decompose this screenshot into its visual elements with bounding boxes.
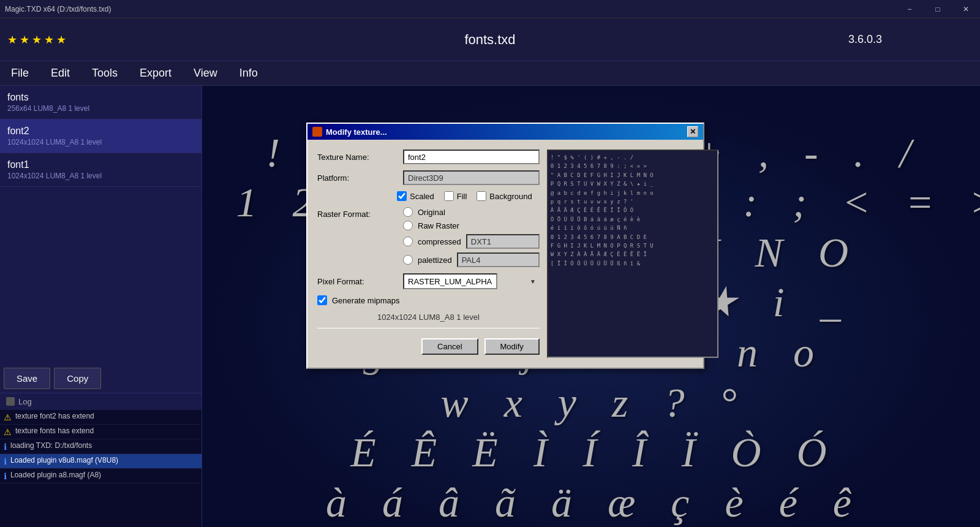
generate-mipmaps-checkbox[interactable] bbox=[317, 295, 327, 305]
original-radio[interactable] bbox=[403, 207, 413, 217]
modal-close-button[interactable]: ✕ bbox=[687, 126, 698, 137]
background-checkbox[interactable] bbox=[477, 191, 486, 201]
menu-export[interactable]: Export bbox=[135, 64, 176, 82]
background-checkbox-label[interactable]: Background bbox=[477, 191, 532, 201]
star-4: ★ bbox=[44, 33, 54, 47]
sidebar-item-font2[interactable]: font2 1024x1024 LUM8_A8 1 level bbox=[0, 119, 202, 153]
raw-raster-radio-label[interactable]: Raw Raster bbox=[403, 221, 540, 230]
platform-label: Platform: bbox=[317, 173, 397, 183]
minimize-button[interactable]: − bbox=[895, 0, 924, 18]
modal-body: Texture Name: Platform: Direct3D9 bbox=[307, 140, 703, 368]
compressed-input[interactable] bbox=[466, 234, 540, 249]
fill-checkbox[interactable] bbox=[444, 191, 454, 201]
pixel-format-row: Pixel Format: RASTER_LUM_ALPHA RASTER_88… bbox=[317, 273, 540, 289]
modal-form: Texture Name: Platform: Direct3D9 bbox=[317, 150, 540, 358]
menu-file[interactable]: File bbox=[6, 64, 34, 82]
title-bar: Magic.TXD x64 (D:/txd/fonts.txd) − □ ✕ bbox=[0, 0, 980, 18]
sidebar-item-name-font2: font2 bbox=[7, 126, 194, 137]
fill-checkbox-label[interactable]: Fill bbox=[444, 191, 467, 201]
scaled-checkbox[interactable] bbox=[397, 191, 407, 201]
log-entry-4: ℹ Loaded plugin a8.magf (A8) bbox=[0, 469, 202, 483]
copy-button[interactable]: Copy bbox=[54, 368, 101, 389]
star-1: ★ bbox=[7, 33, 17, 47]
info-icon-2: ℹ bbox=[4, 442, 7, 452]
modal-titlebar: Modify texture... ✕ bbox=[307, 124, 703, 140]
sidebar-item-font1[interactable]: font1 1024x1024 LUM8_A8 1 level bbox=[0, 153, 202, 187]
sidebar-item-fonts[interactable]: fonts 256x64 LUM8_A8 1 level bbox=[0, 86, 202, 119]
star-3: ★ bbox=[32, 33, 42, 47]
modal-overlay: Modify texture... ✕ Texture Name: bbox=[202, 86, 980, 527]
warn-icon-0: ⚠ bbox=[4, 412, 12, 422]
sidebar-spacer bbox=[0, 187, 202, 364]
fill-label: Fill bbox=[457, 192, 467, 201]
palettized-radio-label[interactable]: palettized bbox=[403, 255, 452, 265]
modal-buttons: Cancel Modify bbox=[317, 333, 540, 357]
raster-options: Original Raw Raster bbox=[403, 207, 540, 267]
raw-raster-label: Raw Raster bbox=[418, 221, 459, 230]
action-buttons: Save Copy bbox=[0, 364, 202, 393]
close-button[interactable]: ✕ bbox=[952, 0, 980, 18]
menu-view[interactable]: View bbox=[189, 64, 222, 82]
log-text-1: texture fonts has extend bbox=[15, 427, 94, 435]
menu-info[interactable]: Info bbox=[235, 64, 263, 82]
star-2: ★ bbox=[20, 33, 29, 47]
scaled-label: Scaled bbox=[410, 192, 434, 201]
scaled-checkbox-label[interactable]: Scaled bbox=[397, 191, 434, 201]
generate-mipmaps-label: Generate mipmaps bbox=[332, 296, 400, 305]
log-entries: ⚠ texture font2 has extend ⚠ texture fon… bbox=[0, 410, 202, 528]
log-entry-2: ℹ loading TXD: D:/txd/fonts bbox=[0, 439, 202, 454]
sidebar-item-name-font1: font1 bbox=[7, 159, 194, 170]
mipmaps-row: Generate mipmaps bbox=[317, 295, 540, 305]
texture-name-row: Texture Name: bbox=[317, 150, 540, 164]
palettized-row: palettized bbox=[403, 252, 540, 267]
maximize-button[interactable]: □ bbox=[924, 0, 952, 18]
log-area: Log ⚠ texture font2 has extend ⚠ texture… bbox=[0, 393, 202, 528]
info-icon-3: ℹ bbox=[4, 457, 7, 466]
modal-icon bbox=[312, 127, 322, 137]
sidebar-item-detail-font1: 1024x1024 LUM8_A8 1 level bbox=[7, 172, 194, 180]
modal-info-text: 1024x1024 LUM8_A8 1 level bbox=[317, 313, 540, 322]
palettized-label: palettized bbox=[418, 256, 452, 265]
compressed-row: compressed bbox=[403, 234, 540, 249]
original-label: Original bbox=[418, 208, 445, 217]
star-5: ★ bbox=[56, 33, 66, 47]
main-layout: fonts 256x64 LUM8_A8 1 level font2 1024x… bbox=[0, 86, 980, 527]
version-text: 3.6.0.3 bbox=[848, 33, 882, 46]
log-title: Log bbox=[18, 397, 32, 406]
modal-title-text: Modify texture... bbox=[326, 127, 387, 137]
modal-preview: ! " $ % ' ( ) # + , - . / 0 1 2 3 4 5 6 … bbox=[547, 150, 718, 358]
platform-value: Direct3D9 bbox=[403, 170, 540, 185]
title-bar-text: Magic.TXD x64 (D:/txd/fonts.txd) bbox=[5, 5, 111, 13]
menu-bar: File Edit Tools Export View Info bbox=[0, 61, 980, 86]
modal-title-left: Modify texture... bbox=[312, 127, 387, 137]
modify-button[interactable]: Modify bbox=[484, 338, 540, 355]
compressed-label: compressed bbox=[418, 237, 461, 246]
sidebar-item-name-fonts: fonts bbox=[7, 92, 194, 103]
texture-name-input[interactable] bbox=[403, 150, 540, 164]
original-radio-label[interactable]: Original bbox=[403, 207, 540, 217]
palettized-radio[interactable] bbox=[403, 255, 413, 265]
compressed-radio-label[interactable]: compressed bbox=[403, 237, 461, 246]
log-entry-0: ⚠ texture font2 has extend bbox=[0, 410, 202, 425]
checkboxes-row: Scaled Fill Background bbox=[317, 191, 540, 201]
raw-raster-radio[interactable] bbox=[403, 221, 413, 230]
compressed-radio[interactable] bbox=[403, 237, 413, 246]
save-button[interactable]: Save bbox=[4, 368, 50, 389]
log-text-2: loading TXD: D:/txd/fonts bbox=[10, 441, 92, 450]
pixel-format-dropdown-wrapper: RASTER_LUM_ALPHA RASTER_8888 RASTER_888 bbox=[403, 273, 540, 289]
title-bar-controls: − □ ✕ bbox=[895, 0, 980, 18]
app-title: fonts.txd bbox=[464, 32, 515, 48]
texture-name-label: Texture Name: bbox=[317, 153, 397, 162]
texture-chars: ! " $ % ' ( ) # + , - . / 0 1 2 3 4 5 6 … bbox=[551, 153, 715, 268]
log-text-4: Loaded plugin a8.magf (A8) bbox=[10, 471, 101, 479]
menu-tools[interactable]: Tools bbox=[87, 64, 123, 82]
app-logo: ★ ★ ★ ★ ★ bbox=[7, 33, 66, 47]
modal-separator bbox=[317, 328, 540, 328]
cancel-button[interactable]: Cancel bbox=[421, 338, 478, 355]
sidebar-item-detail-font2: 1024x1024 LUM8_A8 1 level bbox=[7, 138, 194, 146]
palettized-input[interactable] bbox=[457, 252, 540, 267]
log-entry-1: ⚠ texture fonts has extend bbox=[0, 425, 202, 439]
pixel-format-select[interactable]: RASTER_LUM_ALPHA RASTER_8888 RASTER_888 bbox=[403, 273, 497, 289]
info-icon-4: ℹ bbox=[4, 471, 7, 481]
menu-edit[interactable]: Edit bbox=[46, 64, 75, 82]
